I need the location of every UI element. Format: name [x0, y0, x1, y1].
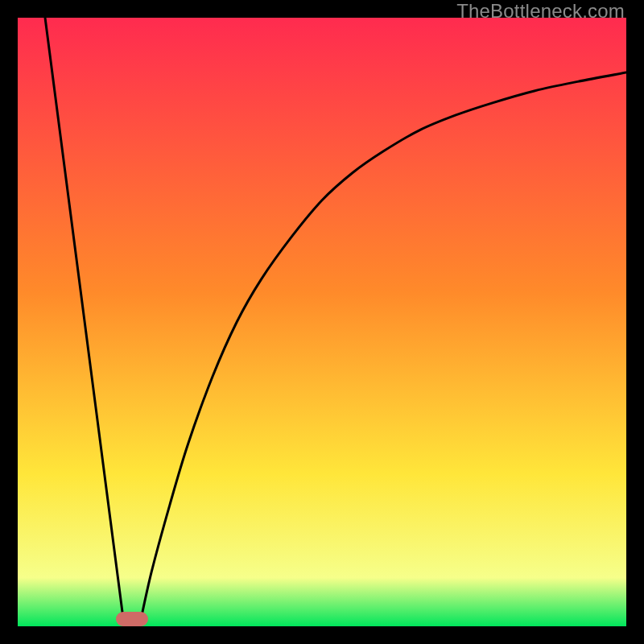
minimum-marker [116, 612, 147, 626]
chart-frame [18, 18, 626, 626]
watermark-text: TheBottleneck.com [456, 0, 625, 23]
chart-svg [18, 18, 626, 626]
chart-background [18, 18, 626, 626]
